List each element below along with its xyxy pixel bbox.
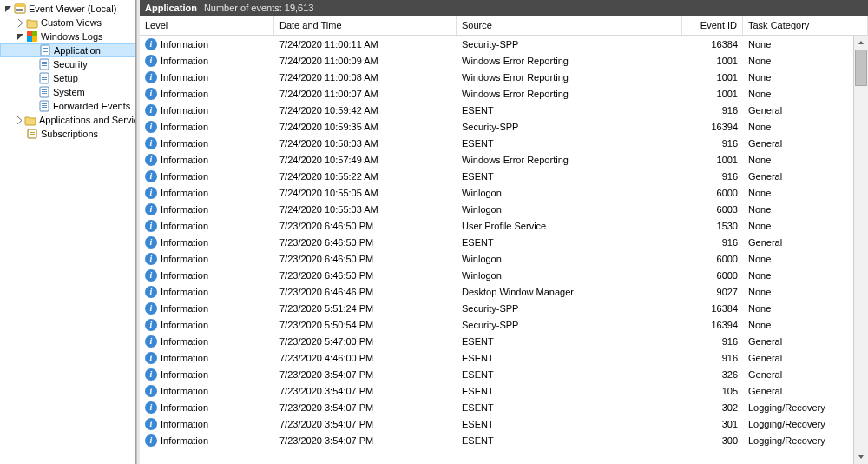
svg-rect-10 [43,50,48,50]
cell-category: General [743,353,868,363]
content-header: Application Number of events: 19,613 [140,0,868,16]
event-row[interactable]: iInformation7/24/2020 11:00:08 AMWindows… [140,69,868,85]
event-row[interactable]: iInformation7/23/2020 3:54:07 PMESENT301… [140,415,868,432]
disclosure-triangle-icon[interactable] [16,32,25,42]
column-header-source[interactable]: Source [457,16,682,35]
cell-category: General [743,336,868,347]
cell-category: None [743,254,868,264]
cell-eventid: 6000 [682,188,743,198]
level-text: Information [161,353,208,363]
column-header-category[interactable]: Task Category [743,16,868,35]
information-icon: i [145,88,157,100]
information-icon: i [145,121,157,133]
cell-category: General [743,138,868,149]
cell-category: None [743,287,868,297]
tree-item-setup[interactable]: Setup [0,71,135,85]
tree-item-label: Event Viewer (Local) [26,2,116,16]
cell-level: iInformation [140,401,274,414]
svg-rect-25 [42,103,47,104]
cell-date: 7/24/2020 11:00:11 AM [274,39,457,50]
event-row[interactable]: iInformation7/23/2020 6:46:50 PMUser Pro… [140,217,868,234]
tree-item-application[interactable]: Application [0,43,135,57]
scroll-thumb[interactable] [855,50,867,86]
level-text: Information [161,435,208,446]
svg-rect-1 [15,4,25,7]
information-icon: i [145,434,157,447]
svg-rect-6 [27,36,32,42]
event-row[interactable]: iInformation7/23/2020 5:51:24 PMSecurity… [140,300,868,316]
event-row[interactable]: iInformation7/23/2020 5:47:00 PMESENT916… [140,333,868,349]
event-row[interactable]: iInformation7/24/2020 11:00:11 AMSecurit… [140,36,868,52]
event-row[interactable]: iInformation7/23/2020 6:46:46 PMDesktop … [140,283,868,300]
scroll-down-arrow-icon[interactable] [854,450,868,464]
tree-item-event-viewer-local-[interactable]: Event Viewer (Local) [0,2,135,16]
event-row[interactable]: iInformation7/23/2020 5:50:54 PMSecurity… [140,316,868,333]
level-text: Information [161,270,208,281]
event-row[interactable]: iInformation7/24/2020 11:00:09 AMWindows… [140,52,868,69]
cell-level: iInformation [140,253,274,265]
tree-spacer [29,46,38,56]
column-header-eventid[interactable]: Event ID [682,16,743,35]
log-icon [38,58,50,70]
event-row[interactable]: iInformation7/24/2020 10:59:35 AMSecurit… [140,118,868,135]
event-row[interactable]: iInformation7/24/2020 10:57:49 AMWindows… [140,151,868,168]
event-row[interactable]: iInformation7/24/2020 10:55:05 AMWinlogo… [140,184,868,201]
event-row[interactable]: iInformation7/23/2020 6:46:50 PMESENT916… [140,234,868,250]
cell-source: ESENT [457,336,682,347]
tree-item-security[interactable]: Security [0,57,135,71]
events-grid: Level Date and Time Source Event ID Task… [140,16,868,464]
cell-source: ESENT [457,435,682,446]
column-header-date[interactable]: Date and Time [274,16,457,35]
svg-rect-17 [42,76,47,76]
event-row[interactable]: iInformation7/23/2020 4:46:00 PMESENT916… [140,349,868,366]
column-header-level[interactable]: Level [140,16,274,35]
winlogs-icon [26,30,38,43]
event-row[interactable]: iInformation7/24/2020 10:55:22 AMESENT91… [140,168,868,184]
cell-category: General [743,237,868,248]
cell-category: General [743,171,868,182]
information-icon: i [145,38,157,50]
event-row[interactable]: iInformation7/24/2020 10:55:03 AMWinlogo… [140,201,868,217]
cell-date: 7/23/2020 6:46:50 PM [274,237,457,248]
svg-rect-15 [42,65,47,66]
event-row[interactable]: iInformation7/24/2020 10:59:42 AMESENT91… [140,102,868,118]
svg-rect-21 [42,89,47,90]
cell-category: None [743,204,868,215]
scrollbar-vertical[interactable] [853,36,868,464]
event-row[interactable]: iInformation7/23/2020 6:46:50 PMWinlogon… [140,267,868,283]
cell-level: iInformation [140,286,274,298]
event-row[interactable]: iInformation7/23/2020 6:46:50 PMWinlogon… [140,250,868,267]
tree-item-system[interactable]: System [0,85,135,99]
svg-rect-22 [42,91,47,92]
event-row[interactable]: iInformation7/23/2020 3:54:07 PMESENT326… [140,366,868,382]
cell-source: Winlogon [457,270,682,281]
event-row[interactable]: iInformation7/23/2020 3:54:07 PMESENT105… [140,382,868,399]
cell-eventid: 301 [682,419,743,429]
tree-item-applications-and-services-lo[interactable]: Applications and Services Lo [0,113,135,127]
tree-item-windows-logs[interactable]: Windows Logs [0,30,135,43]
tree-item-custom-views[interactable]: Custom Views [0,16,135,30]
event-row[interactable]: iInformation7/23/2020 3:54:07 PMESENT300… [140,432,868,448]
information-icon: i [145,170,157,182]
disclosure-triangle-icon[interactable] [16,18,25,28]
scroll-track[interactable] [854,50,868,450]
disclosure-triangle-icon[interactable] [3,4,13,14]
tree-spacer [28,74,37,83]
cell-category: Logging/Recovery [743,435,868,446]
grid-header: Level Date and Time Source Event ID Task… [140,16,868,36]
event-row[interactable]: iInformation7/24/2020 10:58:03 AMESENT91… [140,135,868,151]
event-row[interactable]: iInformation7/23/2020 3:54:07 PMESENT302… [140,399,868,415]
tree-item-forwarded-events[interactable]: Forwarded Events [0,99,135,113]
cell-source: Security-SPP [457,39,682,50]
tree-item-subscriptions[interactable]: Subscriptions [0,127,135,141]
tree-spacer [16,129,25,139]
disclosure-triangle-icon[interactable] [16,116,23,125]
information-icon: i [145,319,157,331]
event-row[interactable]: iInformation7/24/2020 11:00:07 AMWindows… [140,85,868,102]
information-icon: i [145,335,157,348]
cell-category: None [743,221,868,231]
information-icon: i [145,220,157,232]
cell-level: iInformation [140,55,274,67]
cell-level: iInformation [140,38,274,50]
scroll-up-arrow-icon[interactable] [854,36,868,50]
